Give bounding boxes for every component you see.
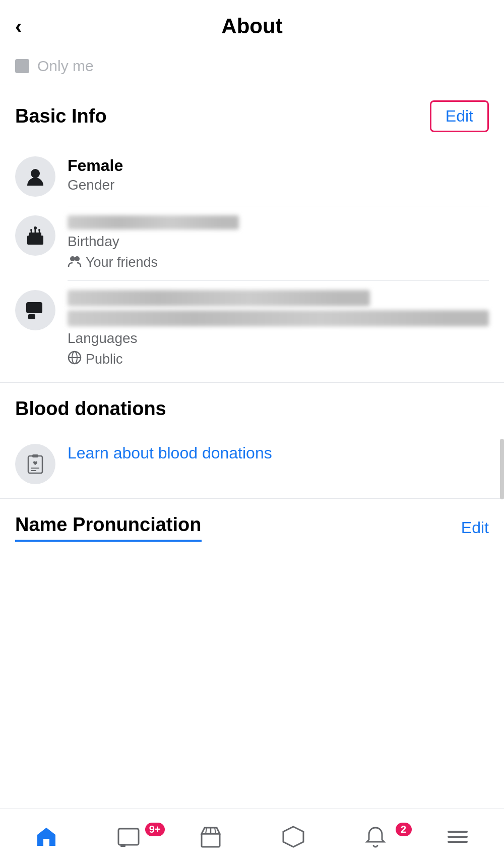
scrollbar[interactable] <box>500 439 504 499</box>
name-pronunciation-section: Name Pronunciation Edit <box>0 499 504 542</box>
notifications-badge: 2 <box>396 823 412 836</box>
blood-link-content[interactable]: Learn about blood donations <box>68 444 489 463</box>
birthday-privacy: Your friends <box>68 254 489 271</box>
bottom-nav: 9+ 2 <box>0 809 504 864</box>
menu-icon <box>446 825 470 849</box>
blood-donations-row: Learn about blood donations <box>15 435 489 493</box>
svg-rect-18 <box>32 454 38 457</box>
birthday-label: Birthday <box>68 234 489 250</box>
nav-groups[interactable] <box>252 825 334 849</box>
blood-donations-title: Blood donations <box>15 398 166 420</box>
store-icon <box>199 825 223 849</box>
blood-donations-section: Blood donations Learn about blood donati… <box>0 383 504 498</box>
svg-point-0 <box>31 169 40 178</box>
svg-point-8 <box>38 229 40 231</box>
svg-point-10 <box>75 256 80 261</box>
nav-notifications[interactable]: 2 <box>334 825 416 849</box>
messages-icon <box>116 825 141 849</box>
speech-icon <box>24 299 46 321</box>
languages-privacy: Public <box>68 351 489 368</box>
only-me-label: Only me <box>37 57 94 75</box>
svg-rect-11 <box>26 302 42 313</box>
svg-rect-22 <box>120 844 125 847</box>
blood-donations-link[interactable]: Learn about blood donations <box>68 444 272 462</box>
basic-info-header: Basic Info Edit <box>15 100 489 132</box>
birthday-privacy-label: Your friends <box>86 255 158 270</box>
cake-icon <box>24 224 46 247</box>
birthday-content: Birthday Your friends <box>68 215 489 271</box>
svg-point-6 <box>30 229 32 231</box>
svg-point-4 <box>34 226 37 229</box>
svg-point-9 <box>70 256 75 261</box>
languages-row: Languages Public <box>15 281 489 377</box>
page-title: About <box>221 14 282 38</box>
languages-value-1-blurred <box>68 290 370 306</box>
nav-menu[interactable] <box>417 825 499 849</box>
messages-badge: 9+ <box>145 823 165 836</box>
languages-icon-circle <box>15 290 55 330</box>
gender-label: Gender <box>68 177 489 193</box>
svg-marker-27 <box>283 827 303 847</box>
gender-value: Female <box>68 156 489 175</box>
svg-rect-2 <box>29 233 41 237</box>
birthday-row: Birthday Your friends <box>15 206 489 280</box>
svg-rect-23 <box>202 834 220 847</box>
header: ‹ About <box>0 0 504 48</box>
languages-privacy-label: Public <box>86 352 123 367</box>
svg-rect-21 <box>118 829 139 845</box>
svg-line-25 <box>206 828 207 834</box>
clipboard-heart-icon <box>24 453 46 475</box>
basic-info-title: Basic Info <box>15 105 107 127</box>
home-icon <box>34 825 58 849</box>
back-button[interactable]: ‹ <box>15 15 22 38</box>
birthday-icon-circle <box>15 215 55 256</box>
birthday-value-blurred <box>68 215 239 229</box>
languages-content: Languages Public <box>68 290 489 368</box>
svg-rect-1 <box>27 236 43 245</box>
blood-donations-header: Blood donations <box>15 398 489 420</box>
blood-icon-circle <box>15 444 55 484</box>
svg-line-26 <box>215 828 216 834</box>
nav-messages[interactable]: 9+ <box>87 825 169 849</box>
languages-value-2-blurred <box>68 310 489 326</box>
bell-icon <box>363 825 388 849</box>
globe-icon <box>68 351 82 368</box>
name-pronunciation-title: Name Pronunciation <box>15 514 202 542</box>
name-pronunciation-edit-button[interactable]: Edit <box>461 519 489 537</box>
gender-row: Female Gender <box>15 147 489 206</box>
only-me-row: Only me <box>0 48 504 85</box>
nav-home[interactable] <box>5 825 87 849</box>
person-icon <box>25 166 45 187</box>
basic-info-edit-button[interactable]: Edit <box>430 100 489 132</box>
gender-icon-circle <box>15 156 55 197</box>
basic-info-section: Basic Info Edit Female Gender <box>0 85 504 382</box>
friends-icon <box>68 254 82 271</box>
gender-content: Female Gender <box>68 156 489 193</box>
languages-label: Languages <box>68 330 489 347</box>
only-me-icon <box>15 59 29 73</box>
nav-store[interactable] <box>170 825 252 849</box>
groups-icon <box>281 825 305 849</box>
